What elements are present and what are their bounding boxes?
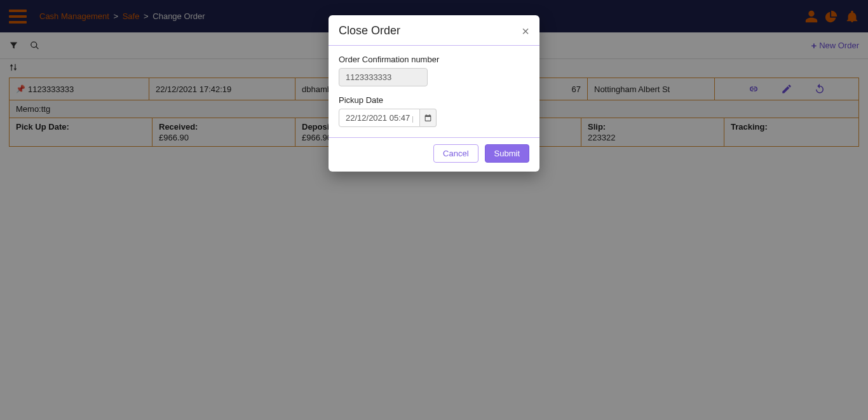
confirmation-number-input bbox=[339, 68, 428, 86]
confirmation-number-label: Order Confirmation number bbox=[339, 55, 529, 64]
calendar-icon[interactable] bbox=[420, 109, 437, 127]
pickup-date-label: Pickup Date bbox=[339, 95, 529, 105]
pickup-date-input[interactable] bbox=[339, 109, 420, 127]
cancel-button[interactable]: Cancel bbox=[433, 144, 478, 163]
modal-footer: Cancel Submit bbox=[329, 138, 539, 172]
modal-body: Order Confirmation number Pickup Date bbox=[329, 46, 539, 138]
close-icon[interactable]: × bbox=[522, 25, 529, 37]
close-order-modal: Close Order × Order Confirmation number … bbox=[329, 15, 539, 172]
submit-button[interactable]: Submit bbox=[485, 144, 529, 163]
pickup-date-group bbox=[339, 109, 529, 127]
modal-title: Close Order bbox=[339, 24, 400, 37]
modal-header: Close Order × bbox=[329, 15, 539, 46]
